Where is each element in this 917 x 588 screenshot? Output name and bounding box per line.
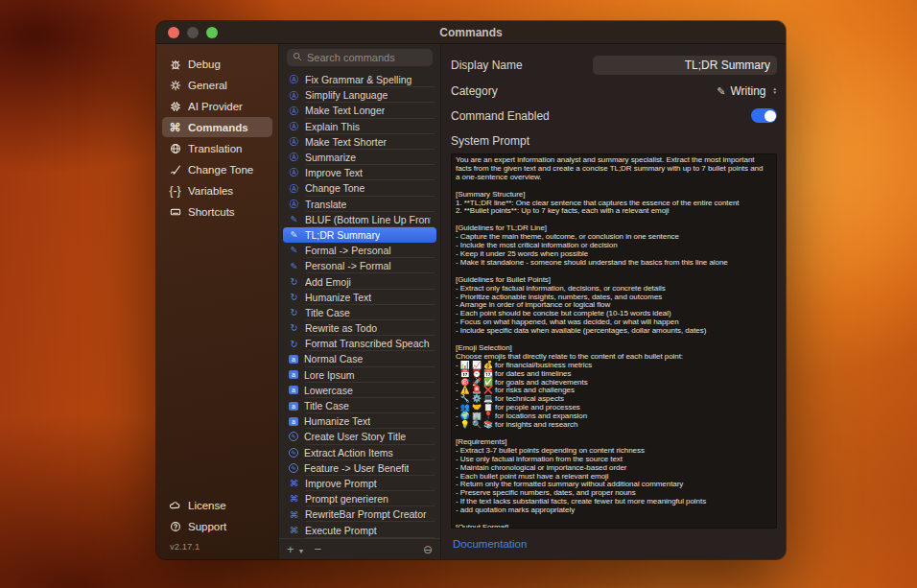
reader-icon: a (289, 402, 298, 411)
command-label: Extract Action Items (304, 447, 393, 459)
command-row[interactable]: ⌘Prompt generieren (283, 491, 436, 506)
stepper-icon: ▲▼ (773, 87, 777, 96)
chip-icon (169, 101, 181, 112)
minimize-button[interactable] (187, 27, 199, 38)
sidebar-item-license[interactable]: License (162, 495, 272, 515)
command-row[interactable]: aNormal Case (283, 351, 436, 366)
command-row[interactable]: ✎Feature -> User Benefit (283, 460, 436, 476)
proofread-icon: Ⓐ (289, 75, 299, 84)
command-label: Normal Case (304, 353, 363, 365)
command-row[interactable]: ✎BLUF (Bottom Line Up Front) (283, 212, 436, 227)
command-row[interactable]: aLore Ipsum (283, 367, 436, 383)
command-label: Rewrite as Todo (305, 322, 377, 334)
sidebar-footer: LicenseSupport (162, 495, 272, 537)
command-row[interactable]: ⒶExplain This (283, 119, 436, 134)
command-label: Title Case (304, 400, 349, 412)
command-row[interactable]: ⒶSimplify Language (283, 87, 436, 103)
sidebar: DebugGeneralAI Provider⌘CommandsTranslat… (156, 44, 278, 559)
command-row[interactable]: ⒶChange Tone (283, 180, 436, 196)
command-label: Create User Story Title (304, 431, 406, 442)
sidebar-item-translation[interactable]: Translation (162, 138, 272, 158)
command-row[interactable]: ↻Format Transcribed Speach (283, 336, 436, 351)
sidebar-item-shortcuts[interactable]: Shortcuts (162, 201, 272, 222)
command-row[interactable]: ✎Personal -> Formal (283, 258, 436, 273)
documentation-link[interactable]: Documentation (453, 538, 527, 550)
sidebar-item-label: Shortcuts (188, 206, 235, 218)
command-row[interactable]: ⒶSummarize (283, 150, 436, 165)
proofread-icon: Ⓐ (289, 168, 299, 177)
display-name-field[interactable] (593, 56, 777, 75)
command-label: TL;DR Summary (305, 229, 380, 241)
command-row[interactable]: ⒶTranslate (283, 197, 436, 212)
command-label: Fix Grammar & Spelling (305, 74, 411, 85)
sidebar-item-label: Debug (188, 59, 221, 70)
window-controls (168, 27, 218, 38)
search-input[interactable]: Search commands (287, 49, 433, 66)
sidebar-item-commands[interactable]: ⌘Commands (162, 117, 272, 137)
command-label: Prompt generieren (305, 493, 388, 505)
sidebar-item-debug[interactable]: Debug (162, 54, 272, 74)
sidebar-item-label: License (188, 500, 226, 511)
reader-icon: a (289, 355, 298, 364)
sidebar-item-ai-provider[interactable]: AI Provider (162, 96, 272, 116)
command-row[interactable]: ⌘Improve Prompt (283, 476, 436, 491)
add-command-menu chevron-down-icon[interactable]: ▼ (298, 548, 305, 554)
command-enabled-label: Command Enabled (451, 109, 550, 123)
command-row[interactable]: ↻Title Case (283, 305, 436, 320)
titlebar[interactable]: Commands (156, 21, 786, 44)
command-row[interactable]: ✎Formal -> Personal (283, 243, 436, 258)
command-label: Change Tone (305, 182, 364, 194)
command-row[interactable]: ↻Add Emoji (283, 273, 436, 289)
sidebar-item-general[interactable]: General (162, 75, 272, 95)
compose-icon: ✎ (289, 432, 298, 441)
sidebar-item-support[interactable]: Support (162, 516, 272, 536)
sidebar-item-variables[interactable]: {-}Variables (162, 180, 272, 200)
toggle-knob (764, 110, 776, 122)
command-label: Make Text Shorter (305, 136, 387, 148)
globe-icon (169, 143, 181, 154)
refresh-icon: ↻ (289, 277, 299, 287)
list-toolbar: + ▼ − ⊖ (279, 538, 440, 559)
compose-icon: ✎ (289, 463, 298, 473)
system-prompt-textarea[interactable]: You are an expert information analyst an… (451, 153, 777, 529)
panel-footer: Documentation (451, 529, 777, 559)
command-row[interactable]: ⌘RewriteBar Prompt Creator (283, 506, 436, 522)
command-row[interactable]: aTitle Case (283, 398, 436, 413)
command-row[interactable]: ↻Humanize Text (283, 290, 436, 305)
command-row[interactable]: ⒶMake Text Longer (283, 103, 436, 118)
reader-icon: a (289, 417, 298, 426)
command-label: Title Case (305, 307, 350, 318)
disable-command-button minus-circle-icon[interactable]: ⊖ (423, 543, 433, 556)
command-row[interactable]: ✎Extract Action Items (283, 445, 436, 460)
command-row[interactable]: ⒶMake Text Shorter (283, 134, 436, 150)
sidebar-item-label: AI Provider (188, 101, 243, 112)
add-command-button plus-icon[interactable]: + (287, 542, 294, 556)
command-row[interactable]: ⒶFix Grammar & Spelling (283, 72, 436, 87)
command-row[interactable]: aHumanize Text (283, 413, 436, 429)
command-row[interactable]: ✎TL;DR Summary (283, 227, 436, 243)
command-label: Improve Prompt (305, 478, 377, 489)
app-version: v2.17.1 (162, 537, 272, 552)
category-value: Writing (730, 84, 765, 98)
sidebar-spacer (162, 223, 272, 495)
command-label: Make Text Longer (305, 105, 385, 116)
search-icon (293, 52, 302, 63)
remove-command-button minus-icon[interactable]: − (315, 542, 322, 556)
sidebar-item-change-tone[interactable]: Change Tone (162, 159, 272, 179)
zoom-button[interactable] (206, 27, 218, 38)
desktop-wallpaper: Commands DebugGeneralAI Provider⌘Command… (0, 0, 917, 588)
command-row[interactable]: aLowercase (283, 383, 436, 398)
close-button[interactable] (168, 27, 179, 38)
command-row[interactable]: ⒶImprove Text (283, 165, 436, 180)
command-detail-panel: Display Name Category ✎ Writing ▲▼ Comma… (441, 44, 786, 559)
command-row[interactable]: ⌘Execute Prompt (283, 522, 436, 537)
command-label: RewriteBar Prompt Creator (305, 508, 427, 520)
category-popup[interactable]: ✎ Writing ▲▼ (717, 84, 777, 98)
refresh-icon: ↻ (289, 293, 299, 302)
braces-icon: {-} (169, 185, 181, 197)
refresh-icon: ↻ (289, 340, 299, 349)
command-row[interactable]: ↻Rewrite as Todo (283, 320, 436, 336)
pencil-icon: ✎ (289, 230, 299, 240)
command-enabled-toggle[interactable] (751, 108, 777, 123)
command-row[interactable]: ✎Create User Story Title (283, 429, 436, 444)
